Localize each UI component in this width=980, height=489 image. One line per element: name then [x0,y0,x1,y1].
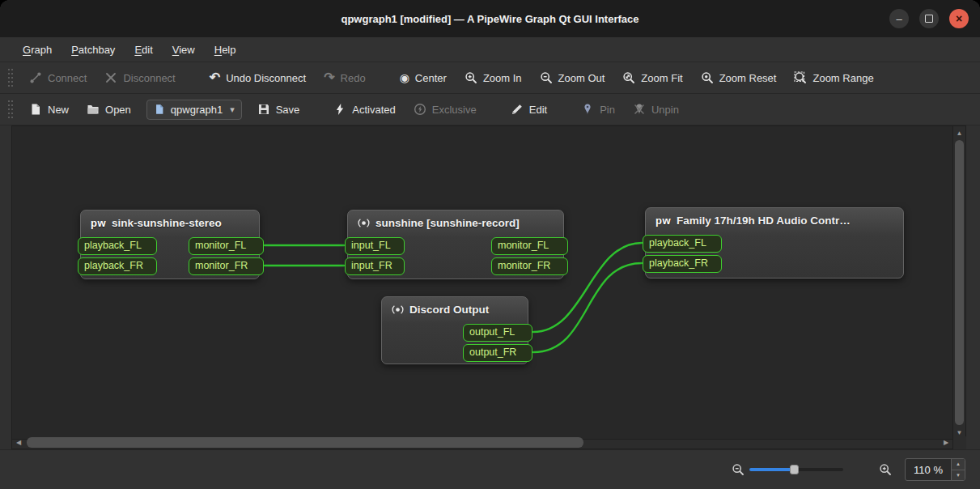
pin-icon [581,103,594,116]
pipewire-icon: pw [655,215,671,227]
redo-icon: ↷ [324,71,334,84]
horizontal-scrollbar[interactable]: ◀ ▶ [11,436,953,449]
lightning-icon [333,103,346,116]
status-bar: 110 % ▴ ▾ [0,449,980,489]
port-input-fl[interactable]: input_FL [345,237,405,255]
node-title: Discord Output [409,304,489,316]
zoom-range-button[interactable]: Zoom Range [787,67,880,88]
graph-toolbar: Connect Disconnect ↶ Undo Disconnect ↷ R… [0,62,980,94]
minimize-icon: – [896,13,902,25]
zoom-out-button[interactable]: Zoom Out [532,67,613,88]
menu-bar: Graph Patchbay Edit View Help [0,37,980,62]
horizontal-scroll-handle[interactable] [27,437,583,448]
zoom-out-icon [732,463,745,476]
open-button[interactable]: Open [79,99,138,120]
port-playback-fl[interactable]: playback_FL [78,237,157,255]
disconnect-icon [104,71,117,84]
port-playback-fr[interactable]: playback_FR [643,255,722,273]
app-window: qpwgraph1 [modified] — A PipeWire Graph … [0,0,980,489]
pin-button[interactable]: Pin [574,99,622,120]
menu-patchbay[interactable]: Patchbay [63,41,123,58]
zoom-spinbox[interactable]: 110 % ▴ ▾ [905,458,965,481]
connect-button[interactable]: Connect [22,67,94,88]
spin-up-button[interactable]: ▴ [952,459,965,470]
port-monitor-fr[interactable]: monitor_FR [491,257,568,275]
undo-icon: ↶ [210,71,220,84]
port-playback-fr[interactable]: playback_FR [78,257,157,275]
record-icon [358,217,370,229]
edit-toggle[interactable]: Edit [503,99,554,120]
port-playback-fl[interactable]: playback_FL [643,235,722,253]
pencil-icon [511,103,524,116]
graph-canvas[interactable]: pw sink-sunshine-stereo playback_FL play… [11,125,953,440]
zoom-in-icon [465,71,477,84]
zoom-in-button[interactable]: Zoom In [457,67,529,88]
chevron-down-icon: ▾ [230,104,235,115]
port-monitor-fr[interactable]: monitor_FR [189,257,264,275]
node-family-hd-audio[interactable]: pw Family 17h/19h HD Audio Contr… playba… [645,207,904,279]
menu-view[interactable]: View [164,41,203,58]
save-button[interactable]: Save [250,99,308,120]
port-output-fl[interactable]: output_FL [463,324,532,342]
zoom-value: 110 % [906,464,951,476]
zoom-slider-handle[interactable] [790,465,799,474]
toolbar-handle[interactable] [8,69,14,87]
main-area: pw sink-sunshine-stereo playback_FL play… [0,125,980,449]
center-button[interactable]: ◉ Center [392,67,454,88]
close-icon: × [956,12,962,25]
zoom-fit-button[interactable]: Zoom Fit [615,67,689,88]
window-title: qpwgraph1 [modified] — A PipeWire Graph … [341,13,638,25]
window-controls: – × [889,0,969,37]
save-icon [257,103,270,116]
scrollbar-corner [953,436,966,449]
port-monitor-fl[interactable]: monitor_FL [491,237,568,255]
connect-icon [29,71,42,84]
exclusive-icon [414,103,426,116]
minimize-button[interactable]: – [889,9,909,28]
menu-help[interactable]: Help [206,41,244,58]
scroll-up-arrow[interactable]: ▲ [953,126,966,139]
maximize-icon [925,15,933,23]
titlebar: qpwgraph1 [modified] — A PipeWire Graph … [0,0,980,37]
zoom-slider[interactable] [749,463,843,476]
node-title: sink-sunshine-stereo [112,217,222,229]
vertical-scrollbar[interactable]: ▲ ▼ [953,125,966,440]
undo-disconnect-button[interactable]: ↶ Undo Disconnect [202,67,313,88]
unpin-button[interactable]: Unpin [626,99,686,120]
new-button[interactable]: New [22,99,76,120]
maximize-button[interactable] [919,9,939,28]
unpin-icon [633,103,646,116]
spin-down-button[interactable]: ▾ [952,470,965,481]
center-icon: ◉ [400,71,409,84]
node-title: sunshine [sunshine-record] [375,217,520,229]
zoom-reset-button[interactable]: Zoom Reset [694,67,784,88]
activated-toggle[interactable]: Activated [326,99,402,120]
port-monitor-fl[interactable]: monitor_FL [189,237,264,255]
patchbay-combobox[interactable]: qpwgraph1 ▾ [146,100,242,120]
zoom-range-icon [794,71,807,84]
disconnect-button[interactable]: Disconnect [97,67,182,88]
zoom-out-icon [540,71,553,84]
pipewire-icon: pw [91,217,106,229]
node-sunshine-record[interactable]: sunshine [sunshine-record] input_FL inpu… [347,210,564,279]
port-input-fr[interactable]: input_FR [345,257,405,275]
menu-graph[interactable]: Graph [15,41,60,58]
redo-button[interactable]: ↷ Redo [316,67,372,88]
file-toolbar: New Open qpwgraph1 ▾ Save [0,94,980,125]
patchbay-file-icon [154,104,165,115]
node-title: Family 17h/19h HD Audio Contr… [677,215,851,227]
record-icon [392,304,404,316]
new-file-icon [29,103,42,116]
open-folder-icon [87,103,100,116]
menu-edit[interactable]: Edit [126,41,160,58]
connection-edges [12,126,953,440]
exclusive-toggle[interactable]: Exclusive [406,99,484,120]
toolbar-handle[interactable] [8,100,14,118]
port-output-fr[interactable]: output_FR [463,344,532,362]
close-button[interactable]: × [949,9,969,28]
node-discord-output[interactable]: Discord Output output_FL output_FR [381,296,528,364]
zoom-reset-icon [701,71,714,84]
vertical-scroll-handle[interactable] [955,140,964,425]
zoom-in-icon [879,463,892,476]
node-sink-sunshine-stereo[interactable]: pw sink-sunshine-stereo playback_FL play… [80,210,260,279]
